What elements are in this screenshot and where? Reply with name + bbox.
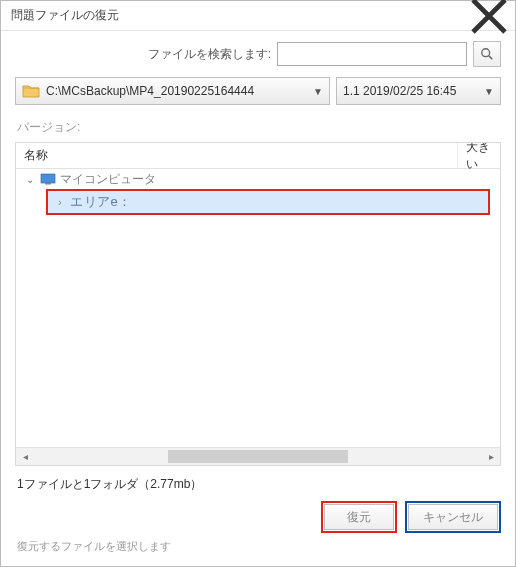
tree-body[interactable]: ⌄ マイコンピュータ › エリアe： (16, 169, 500, 447)
search-input[interactable] (277, 42, 467, 66)
folder-icon (22, 83, 40, 99)
path-combo[interactable]: C:\MCsBackup\MP4_20190225164444 ▼ (15, 77, 330, 105)
horizontal-scrollbar[interactable]: ◂ ▸ (16, 447, 500, 465)
restore-highlight: 復元 (321, 501, 397, 533)
scroll-thumb[interactable] (168, 450, 347, 463)
scroll-left-arrow[interactable]: ◂ (16, 448, 34, 465)
restore-button[interactable]: 復元 (324, 504, 394, 530)
computer-icon (40, 173, 56, 185)
expand-icon[interactable]: › (54, 197, 66, 208)
tree-child-label: エリアe： (70, 193, 132, 211)
svg-rect-2 (41, 174, 55, 183)
svg-rect-3 (45, 183, 51, 185)
hint-text: 復元するファイルを選択します (15, 539, 501, 554)
tree-header: 名称 大きい (16, 143, 500, 169)
search-button[interactable] (473, 41, 501, 67)
cancel-highlight: キャンセル (405, 501, 501, 533)
tree-root-label: マイコンピュータ (60, 171, 156, 188)
file-tree-panel: 名称 大きい ⌄ マイコンピュータ › エリアe： ◂ (15, 142, 501, 466)
tree-child-row[interactable]: › エリアe： (46, 189, 490, 215)
svg-line-1 (489, 56, 493, 60)
window-title: 問題ファイルの復元 (11, 7, 469, 24)
path-row: C:\MCsBackup\MP4_20190225164444 ▼ 1.1 20… (15, 77, 501, 105)
content-area: ファイルを検索します: C:\MCsBackup\MP4_20190225164… (1, 31, 515, 566)
titlebar: 問題ファイルの復元 (1, 1, 515, 31)
version-text: 1.1 2019/02/25 16:45 (343, 84, 478, 98)
scroll-right-arrow[interactable]: ▸ (482, 448, 500, 465)
search-icon (480, 47, 494, 61)
version-combo[interactable]: 1.1 2019/02/25 16:45 ▼ (336, 77, 501, 105)
button-row: 復元 キャンセル (15, 501, 501, 533)
chevron-down-icon: ▼ (313, 86, 323, 97)
search-label: ファイルを検索します: (148, 46, 271, 63)
column-header-name[interactable]: 名称 (16, 143, 458, 168)
scroll-track[interactable] (34, 448, 482, 465)
tree-root-row[interactable]: ⌄ マイコンピュータ (16, 169, 500, 189)
status-text: 1ファイルと1フォルダ（2.77mb） (15, 476, 501, 493)
dialog-window: 問題ファイルの復元 ファイルを検索します: C:\MCsBackup\MP (0, 0, 516, 567)
version-section-label: バージョン: (17, 119, 501, 136)
cancel-button[interactable]: キャンセル (408, 504, 498, 530)
column-header-size[interactable]: 大きい (458, 143, 500, 168)
close-button[interactable] (469, 2, 509, 30)
chevron-down-icon: ▼ (484, 86, 494, 97)
search-row: ファイルを検索します: (15, 41, 501, 67)
footer: 1ファイルと1フォルダ（2.77mb） 復元 キャンセル 復元するファイルを選択… (15, 466, 501, 554)
collapse-icon[interactable]: ⌄ (24, 174, 36, 185)
path-text: C:\MCsBackup\MP4_20190225164444 (46, 84, 307, 98)
svg-point-0 (482, 49, 490, 57)
